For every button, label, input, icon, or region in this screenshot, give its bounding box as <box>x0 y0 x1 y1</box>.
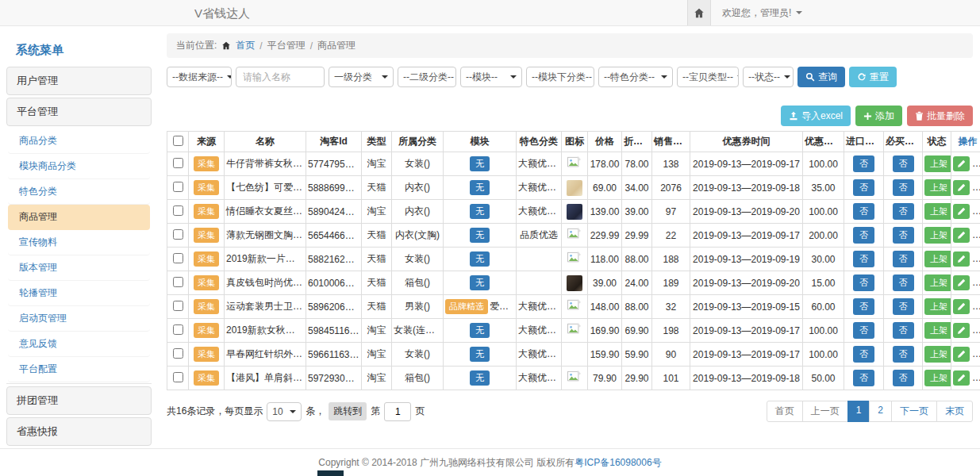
status-badge[interactable]: 上架 <box>924 322 951 339</box>
must-buy-toggle[interactable]: 否 <box>893 322 914 339</box>
import-select-toggle[interactable]: 否 <box>853 251 874 267</box>
add-button[interactable]: 添加 <box>855 106 902 126</box>
must-buy-toggle[interactable]: 否 <box>893 370 914 386</box>
page-button[interactable]: 下一页 <box>891 401 937 422</box>
status-badge[interactable]: 上架 <box>924 274 951 291</box>
edit-button[interactable] <box>953 204 970 219</box>
must-buy-toggle[interactable]: 否 <box>893 274 914 291</box>
import-select-toggle[interactable]: 否 <box>853 179 874 196</box>
must-buy-toggle[interactable]: 否 <box>893 155 914 172</box>
jump-button[interactable]: 跳转到 <box>329 402 367 420</box>
select-all-checkbox[interactable] <box>173 136 183 146</box>
row-checkbox[interactable] <box>173 277 183 287</box>
search-button[interactable]: 查询 <box>797 67 845 87</box>
status-badge[interactable]: 上架 <box>924 155 951 172</box>
batch-delete-button[interactable]: 批量删除 <box>907 106 973 126</box>
edit-button[interactable] <box>953 323 970 338</box>
data-source-select[interactable]: --数据来源-- <box>167 67 232 87</box>
import-select-toggle[interactable]: 否 <box>853 274 874 291</box>
module-cell: 无 <box>444 343 517 367</box>
page-button[interactable]: 1 <box>847 401 870 422</box>
status-badge[interactable]: 上架 <box>924 370 951 386</box>
user-menu[interactable]: 欢迎您，管理员! <box>711 6 810 20</box>
filter-select-label: --宝贝类型-- <box>682 71 733 84</box>
sidebar-item[interactable]: 商品分类 <box>8 129 150 154</box>
import-select-toggle[interactable]: 否 <box>853 370 874 386</box>
edit-button[interactable] <box>953 299 970 314</box>
page-size-select[interactable]: 10 <box>267 402 302 421</box>
sidebar-group[interactable]: 平台管理 <box>6 98 152 126</box>
page-button[interactable]: 首页 <box>767 401 803 422</box>
filter-select[interactable]: --宝贝类型-- <box>677 67 739 87</box>
sidebar-group[interactable]: 拼团管理 <box>6 386 152 415</box>
edit-button[interactable] <box>953 180 970 195</box>
edit-button[interactable] <box>953 228 970 243</box>
row-checkbox[interactable] <box>173 372 183 382</box>
status-badge[interactable]: 上架 <box>924 251 951 267</box>
edit-icon <box>957 159 966 168</box>
sidebar-item[interactable]: 商品管理 <box>8 205 150 230</box>
import-excel-button[interactable]: 导入excel <box>781 106 851 126</box>
edit-button[interactable] <box>953 251 970 267</box>
filter-select[interactable]: --状态-- <box>743 67 794 87</box>
home-icon[interactable] <box>687 0 711 25</box>
filter-select[interactable]: --模块-- <box>460 67 522 87</box>
sidebar-group[interactable]: 省惠快报 <box>6 417 152 446</box>
import-select-toggle[interactable]: 否 <box>853 322 874 339</box>
sidebar-item[interactable]: 启动页管理 <box>8 306 150 332</box>
module-badge: 品牌精选 <box>445 299 488 314</box>
page-button[interactable]: 上一页 <box>802 401 848 422</box>
filter-select[interactable]: 一级分类 <box>329 67 394 87</box>
import-select-toggle[interactable]: 否 <box>853 346 874 363</box>
module-cell: 品牌精选爱上运动 <box>444 295 517 319</box>
reset-button[interactable]: 重置 <box>849 67 897 87</box>
edit-button[interactable] <box>953 275 970 290</box>
edit-button[interactable] <box>953 370 970 386</box>
import-select-toggle[interactable]: 否 <box>853 155 874 172</box>
row-checkbox[interactable] <box>173 301 183 311</box>
edit-button[interactable] <box>953 347 970 362</box>
must-buy-toggle[interactable]: 否 <box>893 227 914 244</box>
row-checkbox[interactable] <box>173 158 183 168</box>
import-select-toggle[interactable]: 否 <box>853 203 874 220</box>
sidebar-item[interactable]: 特色分类 <box>8 179 150 205</box>
page-button[interactable]: 末页 <box>936 401 973 422</box>
must-buy-toggle[interactable]: 否 <box>893 203 914 220</box>
module-cell: 无 <box>444 271 517 295</box>
row-checkbox[interactable] <box>173 348 183 359</box>
row-checkbox[interactable] <box>173 253 183 263</box>
sidebar-item[interactable]: 平台配置 <box>8 357 150 382</box>
icp-link[interactable]: 粤ICP备16098006号 <box>575 456 661 470</box>
row-checkbox[interactable] <box>173 205 183 216</box>
import-select-toggle[interactable]: 否 <box>853 298 874 315</box>
sidebar-item[interactable]: 轮播管理 <box>8 281 150 306</box>
must-buy-toggle[interactable]: 否 <box>893 251 914 267</box>
status-badge[interactable]: 上架 <box>924 346 951 363</box>
breadcrumb-home-link[interactable]: 首页 <box>236 39 255 52</box>
sidebar-item[interactable]: 宣传物料 <box>8 230 150 255</box>
sidebar-item[interactable]: 版本管理 <box>8 255 150 281</box>
sidebar-group[interactable]: 用户管理 <box>6 67 152 95</box>
page-button[interactable]: 2 <box>869 401 892 422</box>
import-select-toggle[interactable]: 否 <box>853 227 874 244</box>
filter-select[interactable]: --模块下分类-- <box>526 67 594 87</box>
status-badge[interactable]: 上架 <box>924 227 951 244</box>
filter-select[interactable]: --特色分类-- <box>598 67 673 87</box>
status-badge[interactable]: 上架 <box>924 298 951 315</box>
status-badge[interactable]: 上架 <box>924 203 951 220</box>
edit-button[interactable] <box>953 156 970 171</box>
must-buy-toggle[interactable]: 否 <box>893 298 914 315</box>
sidebar-item[interactable]: 意见反馈 <box>8 332 150 357</box>
must-buy-toggle[interactable]: 否 <box>893 346 914 363</box>
sidebar-item[interactable]: 模块商品分类 <box>8 154 150 179</box>
product-category: 女装() <box>392 343 444 367</box>
name-search-input[interactable] <box>236 67 325 87</box>
row-checkbox[interactable] <box>173 182 183 192</box>
row-checkbox[interactable] <box>173 324 183 335</box>
must-buy-toggle[interactable]: 否 <box>893 179 914 196</box>
filter-select[interactable]: --二级分类-- <box>398 67 456 87</box>
icon-cell <box>562 343 588 367</box>
row-checkbox[interactable] <box>173 229 183 240</box>
status-badge[interactable]: 上架 <box>924 179 951 196</box>
jump-page-input[interactable] <box>384 402 411 421</box>
